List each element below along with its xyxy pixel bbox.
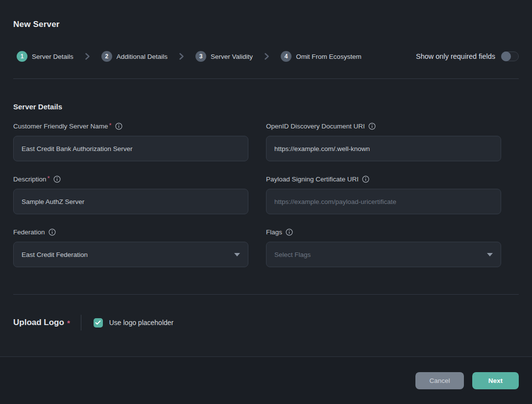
step-3-circle: 3: [195, 51, 206, 62]
field-flags: Flags Select Flags: [266, 228, 501, 267]
info-icon[interactable]: [362, 176, 369, 183]
flags-placeholder: Select Flags: [274, 251, 311, 258]
new-server-page: New Server 1 Server Details 2 Additional…: [0, 0, 532, 404]
federation-selected-value: East Credit Federation: [22, 251, 88, 258]
customer-name-label: Customer Friendly Server Name: [13, 123, 108, 130]
form-divider: [13, 294, 519, 295]
step-omit-from-ecosystem[interactable]: 4 Omit From Ecosystem: [281, 51, 362, 62]
field-federation: Federation East Credit Federation: [13, 228, 248, 267]
main-content: New Server 1 Server Details 2 Additional…: [0, 0, 532, 356]
upload-logo-title: Upload Logo: [13, 318, 64, 328]
step-1-label: Server Details: [32, 53, 73, 60]
step-2-circle: 2: [101, 51, 112, 62]
field-openid-discovery-uri: OpenID Discovery Document URI: [266, 122, 501, 161]
caret-down-icon: [234, 253, 240, 256]
step-4-label: Omit From Ecosystem: [296, 53, 362, 60]
required-asterisk: *: [67, 319, 70, 327]
info-icon[interactable]: [286, 228, 293, 236]
required-fields-toggle[interactable]: [501, 51, 519, 61]
openid-uri-input[interactable]: [266, 136, 501, 161]
description-input[interactable]: [14, 189, 248, 214]
header-divider: [13, 78, 519, 79]
flags-select[interactable]: Select Flags: [266, 242, 501, 267]
chevron-right-icon: [265, 53, 269, 60]
cancel-button[interactable]: Cancel: [415, 372, 464, 389]
toggle-knob: [501, 51, 511, 61]
info-icon[interactable]: [368, 123, 376, 130]
chevron-right-icon: [85, 53, 90, 60]
next-button[interactable]: Next: [472, 372, 519, 389]
stepper: 1 Server Details 2 Additional Details 3 …: [17, 51, 362, 62]
logo-placeholder-checkbox[interactable]: [94, 318, 103, 328]
openid-uri-label: OpenID Discovery Document URI: [266, 123, 365, 130]
required-fields-toggle-label: Show only required fields: [416, 52, 495, 60]
server-details-form: Customer Friendly Server Name * OpenID D…: [13, 122, 519, 267]
payload-cert-uri-label: Payload Signing Certificate URI: [266, 176, 359, 183]
step-2-label: Additional Details: [117, 53, 168, 60]
step-additional-details[interactable]: 2 Additional Details: [101, 51, 168, 62]
description-label: Description: [13, 176, 47, 183]
step-4-circle: 4: [281, 51, 291, 62]
logo-placeholder-label: Use logo placeholder: [109, 319, 174, 327]
required-asterisk: *: [109, 122, 112, 129]
info-icon[interactable]: [115, 123, 122, 130]
chevron-right-icon: [179, 53, 184, 60]
flags-label: Flags: [266, 228, 282, 236]
required-fields-toggle-group: Show only required fields: [416, 51, 519, 61]
page-title: New Server: [13, 20, 519, 29]
footer-bar: Cancel Next: [0, 356, 532, 404]
field-description: Description *: [13, 175, 248, 214]
federation-select[interactable]: East Credit Federation: [13, 242, 248, 267]
section-title: Server Details: [13, 102, 519, 111]
customer-name-input[interactable]: [14, 136, 248, 161]
info-icon[interactable]: [48, 228, 56, 236]
federation-label: Federation: [13, 228, 45, 236]
payload-cert-uri-input[interactable]: [266, 189, 501, 214]
info-icon[interactable]: [53, 176, 61, 183]
step-server-validity[interactable]: 3 Server Validity: [195, 51, 253, 62]
required-asterisk: *: [48, 175, 50, 182]
stepper-row: 1 Server Details 2 Additional Details 3 …: [17, 50, 519, 63]
use-logo-placeholder-option[interactable]: Use logo placeholder: [94, 318, 174, 328]
step-1-circle: 1: [17, 51, 27, 62]
caret-down-icon: [487, 253, 493, 256]
vertical-divider: [81, 315, 81, 330]
upload-logo-section: Upload Logo * Use logo placeholder: [13, 314, 519, 331]
field-payload-signing-certificate-uri: Payload Signing Certificate URI: [266, 175, 501, 214]
field-customer-friendly-server-name: Customer Friendly Server Name *: [13, 122, 248, 161]
step-server-details[interactable]: 1 Server Details: [17, 51, 73, 62]
step-3-label: Server Validity: [211, 53, 253, 60]
